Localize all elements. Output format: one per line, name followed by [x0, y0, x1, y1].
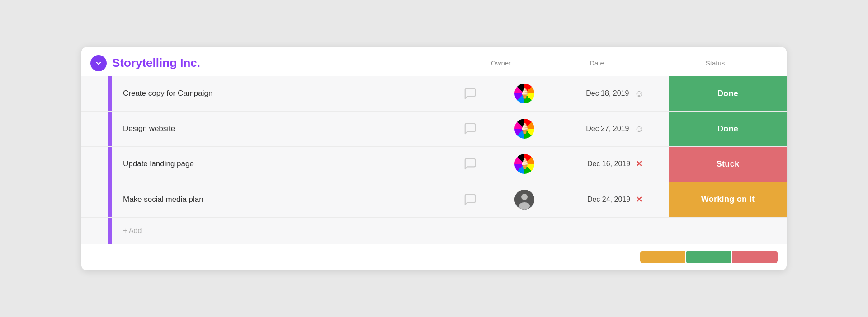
footer-bar	[81, 244, 787, 270]
col-header-owner: Owner	[465, 59, 537, 67]
svg-point-3	[519, 202, 530, 210]
owner-avatar[interactable]: 🍦	[488, 154, 561, 174]
status-col: Done	[669, 76, 787, 111]
table-row: Update landing page 🍦Dec 16, 2019✕Stuck	[81, 147, 787, 182]
row-left-bar	[108, 76, 112, 111]
task-date: Dec 24, 2019✕	[561, 195, 669, 205]
avatar	[514, 190, 534, 210]
owner-avatar[interactable]: 🍦	[488, 119, 561, 139]
date-text: Dec 24, 2019	[587, 196, 630, 204]
avatar: 🍦	[514, 84, 534, 103]
row-left-bar	[108, 147, 112, 182]
task-name: Design website	[112, 124, 452, 133]
header-row: Storytelling Inc. Owner Date Status	[81, 47, 787, 76]
table-row: Design website 🍦Dec 27, 2019☺Done	[81, 112, 787, 147]
date-text: Dec 16, 2019	[587, 160, 630, 168]
main-card: Storytelling Inc. Owner Date Status Crea…	[81, 47, 787, 270]
svg-point-2	[521, 194, 528, 200]
chat-icon[interactable]	[452, 157, 488, 171]
x-icon[interactable]: ✕	[636, 159, 642, 169]
logo-icon[interactable]	[90, 55, 107, 71]
add-row-bar	[108, 218, 112, 244]
status-button[interactable]: Done	[669, 76, 787, 111]
task-name: Create copy for Campaign	[112, 89, 452, 98]
task-name: Make social media plan	[112, 195, 452, 204]
task-table: Create copy for Campaign 🍦Dec 18, 2019☺D…	[81, 76, 787, 217]
footer-pill-working	[640, 251, 685, 263]
status-button[interactable]: Working on it	[669, 182, 787, 217]
avatar: 🍦	[514, 154, 534, 174]
status-button[interactable]: Stuck	[669, 147, 787, 182]
owner-avatar[interactable]	[488, 190, 561, 210]
add-row[interactable]: + Add	[81, 217, 787, 244]
chat-icon[interactable]	[452, 193, 488, 206]
col-header-status: Status	[656, 59, 774, 67]
chat-icon[interactable]	[452, 87, 488, 100]
status-col: Done	[669, 112, 787, 146]
status-col: Stuck	[669, 147, 787, 182]
smile-icon[interactable]: ☺	[634, 124, 643, 134]
owner-avatar[interactable]: 🍦	[488, 84, 561, 103]
row-left-bar	[108, 112, 112, 146]
x-icon[interactable]: ✕	[636, 195, 642, 205]
add-label[interactable]: + Add	[112, 227, 142, 235]
task-name: Update landing page	[112, 159, 452, 168]
footer-pill-stuck	[732, 251, 778, 263]
date-text: Dec 27, 2019	[586, 125, 629, 133]
task-date: Dec 27, 2019☺	[561, 124, 669, 134]
col-header-date: Date	[542, 59, 651, 67]
status-col: Working on it	[669, 182, 787, 217]
footer-pill-done	[686, 251, 731, 263]
chat-icon[interactable]	[452, 122, 488, 135]
task-date: Dec 18, 2019☺	[561, 89, 669, 99]
task-date: Dec 16, 2019✕	[561, 159, 669, 169]
avatar: 🍦	[514, 119, 534, 139]
date-text: Dec 18, 2019	[586, 89, 629, 98]
table-row: Make social media plan Dec 24, 2019✕Work…	[81, 182, 787, 217]
svg-point-0	[95, 59, 103, 67]
row-left-bar	[108, 182, 112, 217]
company-title: Storytelling Inc.	[112, 56, 459, 70]
smile-icon[interactable]: ☺	[634, 89, 643, 99]
table-row: Create copy for Campaign 🍦Dec 18, 2019☺D…	[81, 76, 787, 112]
status-button[interactable]: Done	[669, 112, 787, 146]
